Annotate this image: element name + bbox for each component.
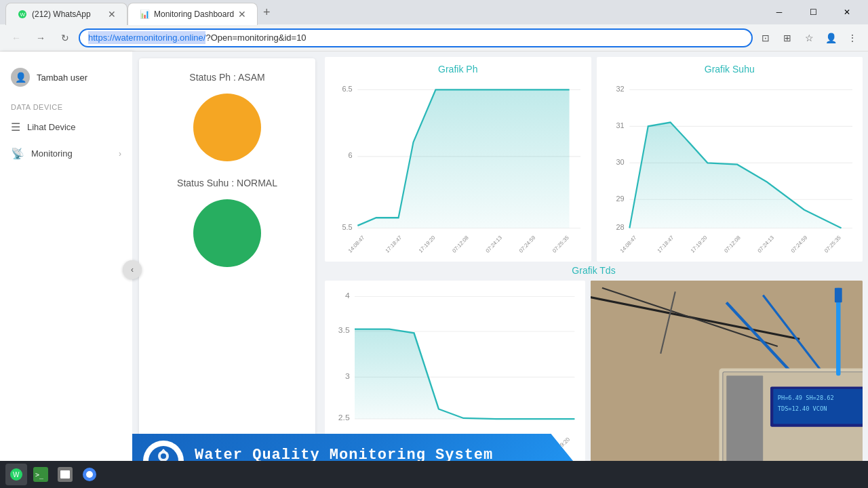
monitoring-tab-icon: 📊 [139,9,150,20]
svg-text:07:24:13: 07:24:13 [485,234,504,253]
chevron-right-icon: › [119,149,121,159]
lihat-device-label: Lihat Device [27,122,76,132]
svg-text:07:12:08: 07:12:08 [451,234,470,253]
address-bar[interactable]: https://watermonitoring.online/ ?Open=mo… [79,28,753,47]
suhu-status-block: Status Suhu : NORMAL [153,178,302,267]
forward-button[interactable]: → [30,27,52,49]
svg-text:6: 6 [349,151,353,159]
svg-text:17:19:20: 17:19:20 [418,234,437,253]
svg-rect-56 [835,288,842,303]
svg-text:17:18:47: 17:18:47 [384,234,403,253]
svg-text:>_: >_ [35,471,44,479]
monitoring-tab-close[interactable]: ✕ [238,9,246,20]
suhu-chart-svg: 32 31 30 29 28 [604,79,856,253]
star-icon[interactable]: ☆ [799,28,819,48]
address-rest: ?Open=monitoring&id=10 [205,33,306,43]
tab-whatsapp[interactable]: W (212) WhatsApp ✕ [5,3,127,25]
whatsapp-tab-icon: W [17,9,28,20]
whatsapp-tab-close[interactable]: ✕ [108,9,116,20]
svg-text:31: 31 [616,121,624,129]
svg-text:5.5: 5.5 [342,222,352,230]
main-content: Status Ph : ASAM Status Suhu : NORMAL Gr… [132,52,868,488]
data-device-section: DATA DEVICE [0,98,132,114]
charts-top-row: Grafik Ph 6.5 6 5 [322,54,865,264]
svg-text:29: 29 [616,194,624,202]
svg-text:3.5: 3.5 [338,326,350,334]
tab-monitoring[interactable]: 📊 Monitoring Dashboard ✕ [127,3,258,25]
cast-icon[interactable]: ⊡ [755,28,776,48]
suhu-status-title: Status Suhu : NORMAL [177,178,277,188]
svg-text:07:12:08: 07:12:08 [723,234,742,253]
svg-text:14:08:47: 14:08:47 [619,234,638,253]
svg-text:07:24:13: 07:24:13 [756,234,775,253]
status-card: Status Ph : ASAM Status Suhu : NORMAL [139,58,315,481]
suhu-status-circle [193,199,261,267]
svg-text:4: 4 [345,291,350,299]
add-user-label: Tambah user [37,73,87,83]
address-selected: https://watermonitoring.online/ [88,31,205,44]
svg-text:07:24:59: 07:24:59 [518,234,537,253]
extensions-icon[interactable]: ⊞ [777,28,797,48]
svg-text:3: 3 [345,371,350,380]
list-icon: ☰ [11,121,20,134]
taskbar-terminal[interactable]: >_ [30,464,52,485]
browser-titlebar: W (212) WhatsApp ✕ 📊 Monitoring Dashboar… [0,0,868,24]
svg-text:W: W [20,12,26,18]
monitoring-label: Monitoring [31,148,73,159]
svg-text:TDS=12.40  VCON: TDS=12.40 VCON [778,405,827,412]
window-controls: ─ ☐ ✕ [764,1,863,23]
svg-rect-54 [727,375,764,463]
svg-text:28: 28 [616,222,624,230]
sidebar-toggle-button[interactable]: ‹ [123,260,142,279]
charts-area: Grafik Ph 6.5 6 5 [322,52,868,488]
hardware-image-container: PH=6.49 SH=28.62 TDS=12.40 VCON [591,281,863,485]
whatsapp-tab-label: (212) WhatsApp [32,9,91,19]
sidebar-item-monitoring[interactable]: 📡 Monitoring › [0,140,132,167]
close-button[interactable]: ✕ [831,1,863,23]
toolbar-icons: ⊡ ⊞ ☆ 👤 ⋮ [755,28,863,48]
add-user-item[interactable]: 👤 Tambah user [0,62,132,98]
ph-status-title: Status Ph : ASAM [189,72,264,83]
sidebar: 👤 Tambah user DATA DEVICE ☰ Lihat Device… [0,52,132,488]
suhu-chart-title: Grafik Suhu [604,64,856,75]
tds-chart-title: Grafik Tds [572,265,615,276]
taskbar: W >_ [0,461,868,488]
monitoring-tab-label: Monitoring Dashboard [154,9,234,19]
hardware-image: PH=6.49 SH=28.62 TDS=12.40 VCON [591,281,863,485]
svg-text:14:08:47: 14:08:47 [347,234,366,253]
reload-button[interactable]: ↻ [54,27,76,49]
browser-toolbar: ← → ↻ https://watermonitoring.online/ ?O… [0,24,868,52]
monitoring-icon: 📡 [11,147,24,160]
svg-text:32: 32 [616,84,624,92]
profile-icon[interactable]: 👤 [821,28,841,48]
ph-chart-container: Grafik Ph 6.5 6 5 [325,57,591,262]
svg-text:PH=6.49 SH=28.62: PH=6.49 SH=28.62 [778,394,834,401]
ph-status-circle [193,94,261,161]
svg-text:07:25:35: 07:25:35 [551,234,570,253]
svg-point-69 [86,471,93,478]
taskbar-chrome[interactable] [79,464,100,485]
page-wrapper: 👤 Tambah user DATA DEVICE ☰ Lihat Device… [0,52,868,488]
sidebar-item-lihat-device[interactable]: ☰ Lihat Device [0,114,132,140]
maximize-button[interactable]: ☐ [797,1,829,23]
svg-text:6.5: 6.5 [342,84,352,92]
back-button[interactable]: ← [5,27,27,49]
ph-chart-svg: 6.5 6 5.5 14:08:47 [332,79,585,253]
tds-chart-title-row: Grafik Tds [322,264,865,278]
ph-status-block: Status Ph : ASAM [153,72,302,161]
minimize-button[interactable]: ─ [764,1,795,23]
suhu-chart-container: Grafik Suhu 32 31 [597,57,863,262]
svg-text:07:24:59: 07:24:59 [790,234,809,253]
menu-icon[interactable]: ⋮ [842,28,863,48]
new-tab-button[interactable]: + [258,0,276,25]
svg-rect-67 [60,470,70,479]
taskbar-files[interactable] [54,464,76,485]
svg-text:07:25:35: 07:25:35 [823,234,842,253]
svg-text:17:18:47: 17:18:47 [656,234,675,253]
svg-text:2.5: 2.5 [338,413,350,422]
svg-point-59 [161,453,166,459]
svg-text:17:19:20: 17:19:20 [690,234,709,253]
taskbar-whatsapp[interactable]: W [5,464,27,485]
svg-text:W: W [13,471,20,479]
ph-chart-title: Grafik Ph [332,64,585,75]
